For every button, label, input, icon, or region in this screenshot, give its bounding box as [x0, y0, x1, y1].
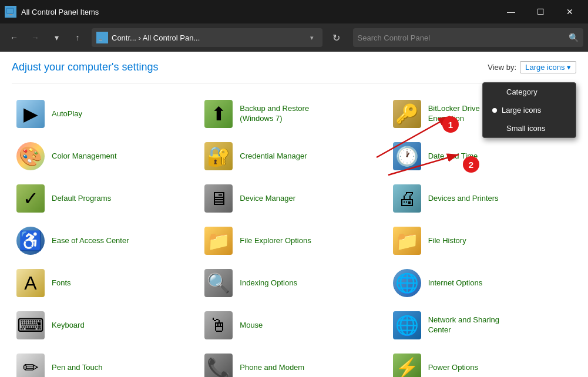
view-by-label: View by: — [488, 63, 516, 72]
panel-item-internet[interactable]: 🌐Internet Options — [388, 262, 576, 304]
panel-item-devprinters[interactable]: 🖨Devices and Printers — [388, 177, 576, 220]
panel-item-mouse[interactable]: 🖱Mouse — [200, 304, 388, 346]
panel-item-phone[interactable]: 📞Phone and Modem — [200, 346, 388, 377]
datetime-icon: 🕐 — [393, 142, 421, 170]
address-bar[interactable]: Contr... › All Control Pan... ▾ — [92, 28, 322, 47]
navbar: ← → ▾ ↑ Contr... › All Control Pan... ▾ … — [0, 23, 588, 52]
panel-item-credential[interactable]: 🔐Credential Manager — [200, 135, 388, 177]
autoplay-icon: ▶ — [16, 100, 45, 128]
fonts-icon: A — [16, 269, 45, 297]
devicemanager-label: Device Manager — [240, 194, 295, 204]
panel-item-pen[interactable]: ✏Pen and Touch — [12, 346, 200, 377]
view-dropdown-menu: CategoryLarge iconsSmall icons — [482, 82, 576, 138]
keyboard-label: Keyboard — [52, 321, 85, 331]
ease-icon: ♿ — [16, 227, 45, 255]
phone-label: Phone and Modem — [240, 363, 304, 373]
filehistory-label: File History — [428, 236, 466, 246]
backup-label: Backup and Restore (Windows 7) — [240, 104, 309, 124]
defaultprograms-icon: ✓ — [16, 184, 45, 213]
address-icon — [96, 32, 108, 43]
filehistory-icon: 📁 — [393, 227, 421, 255]
bitlocker-icon: 🔑 — [393, 100, 421, 128]
fileexplorer-label: File Explorer Options — [240, 236, 311, 246]
panel-item-fonts[interactable]: AFonts — [12, 262, 200, 304]
indexing-icon: 🔍 — [204, 269, 233, 297]
ease-label: Ease of Access Center — [52, 236, 129, 246]
window-title: All Control Panel Items — [21, 8, 498, 16]
power-icon: ⚡ — [393, 354, 421, 377]
fonts-label: Fonts — [52, 278, 71, 288]
address-text: Contr... › All Control Pan... — [112, 33, 304, 42]
pen-label: Pen and Touch — [52, 363, 103, 373]
page-title: Adjust your computer's settings — [12, 61, 159, 73]
network-icon: 🌐 — [393, 311, 421, 339]
panel-item-network[interactable]: 🌐Network and Sharing Center — [388, 304, 576, 346]
view-by-container: View by: Large icons ▾ — [488, 61, 576, 73]
forward-button[interactable]: → — [26, 28, 45, 47]
back-button[interactable]: ← — [5, 28, 23, 47]
keyboard-icon: ⌨ — [16, 311, 45, 339]
autoplay-label: AutoPlay — [52, 109, 82, 119]
colormanagement-icon: 🎨 — [16, 142, 45, 170]
svg-rect-2 — [8, 15, 14, 15]
panel-item-ease[interactable]: ♿Ease of Access Center — [12, 220, 200, 262]
mouse-label: Mouse — [240, 321, 263, 331]
panel-item-indexing[interactable]: 🔍Indexing Options — [200, 262, 388, 304]
panel-item-filehistory[interactable]: 📁File History — [388, 220, 576, 262]
search-bar[interactable]: 🔍 — [353, 28, 584, 47]
devprinters-label: Devices and Printers — [428, 194, 499, 204]
maximize-button[interactable]: ☐ — [527, 2, 554, 21]
panel-item-autoplay[interactable]: ▶AutoPlay — [12, 93, 200, 135]
pen-icon: ✏ — [16, 354, 45, 377]
phone-icon: 📞 — [204, 354, 233, 377]
internet-icon: 🌐 — [393, 269, 421, 297]
svg-rect-5 — [99, 40, 102, 41]
devprinters-icon: 🖨 — [393, 184, 421, 213]
dropdown-item-small-icons[interactable]: Small icons — [483, 119, 576, 137]
app-icon — [5, 6, 16, 18]
panel-item-keyboard[interactable]: ⌨Keyboard — [12, 304, 200, 346]
network-label: Network and Sharing Center — [428, 315, 499, 335]
indexing-label: Indexing Options — [240, 278, 297, 288]
panel-item-datetime[interactable]: 🕐Date and Time — [388, 135, 576, 177]
dropdown-button[interactable]: ▾ — [47, 28, 66, 47]
up-button[interactable]: ↑ — [68, 28, 87, 47]
annotation-badge-2: 2 — [463, 156, 479, 173]
credential-icon: 🔐 — [204, 142, 233, 170]
svg-rect-3 — [98, 35, 104, 39]
svg-rect-0 — [6, 8, 14, 14]
dropdown-item-large-icons[interactable]: Large icons — [483, 101, 576, 119]
credential-label: Credential Manager — [240, 152, 307, 161]
address-chevron-button[interactable]: ▾ — [306, 32, 318, 43]
panel-item-power[interactable]: ⚡Power Options — [388, 346, 576, 377]
panel-item-colormanagement[interactable]: 🎨Color Management — [12, 135, 200, 177]
mouse-icon: 🖱 — [204, 311, 233, 339]
dropdown-item-label: Small icons — [506, 124, 545, 133]
annotation-badge-1: 1 — [442, 116, 459, 133]
panel-item-defaultprograms[interactable]: ✓Default Programs — [12, 177, 200, 220]
content-area: Adjust your computer's settings View by:… — [0, 52, 588, 377]
power-label: Power Options — [428, 363, 478, 373]
devicemanager-icon: 🖥 — [204, 184, 233, 213]
dropdown-item-label: Large icons — [502, 106, 541, 115]
search-input[interactable] — [358, 33, 569, 42]
panel-item-devicemanager[interactable]: 🖥Device Manager — [200, 177, 388, 220]
refresh-button[interactable]: ↻ — [327, 28, 346, 47]
search-icon-button[interactable]: 🔍 — [569, 33, 579, 42]
close-button[interactable]: ✕ — [556, 2, 583, 21]
internet-label: Internet Options — [428, 278, 483, 288]
top-bar: Adjust your computer's settings View by:… — [12, 61, 576, 73]
titlebar: All Control Panel Items — ☐ ✕ — [0, 0, 588, 23]
panel-item-backup[interactable]: ⬆Backup and Restore (Windows 7) — [200, 93, 388, 135]
dropdown-item-category[interactable]: Category — [483, 83, 576, 101]
panel-item-fileexplorer[interactable]: 📁File Explorer Options — [200, 220, 388, 262]
svg-rect-4 — [99, 39, 102, 40]
defaultprograms-label: Default Programs — [52, 194, 111, 204]
minimize-button[interactable]: — — [498, 2, 525, 21]
colormanagement-label: Color Management — [52, 152, 117, 161]
view-by-button[interactable]: Large icons ▾ — [520, 61, 576, 73]
fileexplorer-icon: 📁 — [204, 227, 233, 255]
dropdown-item-label: Category — [506, 87, 537, 96]
backup-icon: ⬆ — [204, 100, 233, 128]
window-controls: — ☐ ✕ — [498, 2, 583, 21]
